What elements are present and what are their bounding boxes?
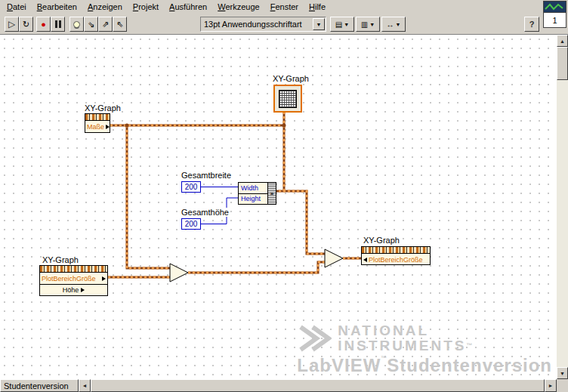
constant-value: 200 [185,220,198,228]
watermark-brand-line2: INSTRUMENTS™ [338,338,472,353]
step-into-icon: ⇘ [88,20,94,29]
bundle-output-column: » [267,183,276,204]
edition-tab[interactable]: Studentenversion [0,379,79,392]
vertical-scrollbar[interactable]: ▲ ▼ [557,35,568,379]
input-arrow-icon [363,258,367,262]
menu-ausfuehren[interactable]: Ausführen [164,1,212,14]
watermark-product-line: LabVIEW™Studentenversion [297,355,552,376]
arrow-right-icon: ► [548,383,554,388]
property-node-label: XY-Graph [84,103,122,113]
property-node-label: XY-Graph [363,236,400,245]
constant-label: Gesamtbreite [181,171,232,180]
xy-graph-terminal[interactable] [273,85,302,113]
function-node-2[interactable] [325,249,343,267]
abort-button[interactable]: ● [36,17,51,32]
labview-block-diagram-window: { "menubar": { "items": [ {"label": "Dat… [0,0,568,392]
menu-werkzeuge[interactable]: Werkzeuge [212,1,264,14]
run-arrow-icon: ▷ [8,20,15,29]
property-name: Maße [87,123,104,131]
help-button[interactable]: ? [524,17,539,32]
function-node-1[interactable] [170,264,188,282]
edition-tab-label: Studentenversion [4,381,69,390]
lightbulb-icon [73,21,80,28]
horizontal-scroll-thumb[interactable] [91,379,545,392]
block-diagram-canvas[interactable]: XY-Graph XY-Graph Maße Gesamtbreite 200 … [0,35,557,379]
run-button[interactable]: ▷ [5,17,19,32]
property-node-plotarea-read[interactable]: PlotBereichGröße Höhe [39,265,108,296]
bundle-field-name: Width [241,184,258,192]
step-into-button[interactable]: ⇘ [84,17,98,32]
highlight-execution-button[interactable] [69,17,84,32]
property-node-plotarea-write[interactable]: PlotBereichGröße [361,246,431,265]
watermark-product: LabVIEW [297,355,381,375]
labview-banner-icon [544,2,566,13]
step-over-button[interactable]: ⇗ [98,17,113,32]
vertical-scroll-thumb[interactable] [557,47,568,80]
property-name: PlotBereichGröße [42,275,100,282]
scroll-down-button[interactable]: ▼ [557,367,568,379]
trademark-symbol: ™ [467,342,473,349]
constant-label: Gesamthöhe [181,208,230,217]
bundle-field-width[interactable]: Width [239,183,267,193]
run-continuous-icon: ↻ [23,20,29,29]
output-arrow-icon [102,276,106,281]
align-objects-dropdown[interactable]: ▤▼ [330,17,354,32]
national-instruments-logo-icon [297,323,332,353]
toolbar: ▷ ↻ ● ⇘ ⇗ ⇖ 13pt Anwendungsschriftart ▼ … [0,14,568,35]
pause-icon [55,20,61,28]
arrow-left-icon: ◄ [82,383,88,388]
status-bar: Studentenversion ◄ ► [0,379,568,392]
property-node-bounds[interactable]: Maße [85,113,110,133]
reorder-icon: ↔ [387,20,394,29]
numeric-constant-height[interactable]: 200 [181,218,201,230]
reorder-dropdown[interactable]: ↔▼ [381,17,406,32]
bundle-field-height[interactable]: Height [239,193,267,205]
font-selector[interactable]: 13pt Anwendungsschriftart ▼ [200,17,326,32]
menu-projekt[interactable]: Projekt [128,1,164,14]
chevron-down-icon: ▼ [369,22,375,27]
chevron-down-icon: ▼ [396,22,401,27]
xy-graph-class-icon [85,114,110,121]
scroll-left-button[interactable]: ◄ [79,379,91,392]
bundle-by-name-node[interactable]: Width Height » [238,182,276,205]
wire-junction [125,124,129,128]
menu-datei[interactable]: Datei [2,1,32,14]
chevron-down-icon: ▼ [344,22,349,27]
pause-button[interactable] [51,17,65,32]
vi-icon-button[interactable]: 1 [543,1,566,28]
property-subfield[interactable]: Höhe [40,284,107,295]
step-out-button[interactable]: ⇖ [113,17,127,32]
wire-bundle-to-node[interactable] [274,191,325,254]
wire-pattern [127,125,170,268]
menu-bearbeiten[interactable]: Bearbeiten [32,1,82,14]
output-arrow-icon [106,125,110,129]
bundle-arrows-icon: » [270,190,273,197]
distribute-objects-icon: ▥ [361,20,368,29]
output-arrow-icon [81,288,85,292]
wire-branch-down[interactable] [127,125,170,268]
distribute-objects-dropdown[interactable]: ▥▼ [356,17,380,32]
xy-graph-class-icon [362,247,430,254]
chevron-down-icon[interactable]: ▼ [313,18,325,30]
wire-node1-to-node2[interactable] [188,262,325,273]
wire-pattern [274,191,325,254]
vi-number: 1 [544,13,566,27]
xy-graph-glyph-icon [279,90,297,108]
property-name: PlotBereichGröße [369,256,428,264]
step-over-icon: ⇗ [102,20,109,29]
scroll-up-button[interactable]: ▲ [557,35,568,47]
arrow-up-icon: ▲ [560,39,565,44]
watermark-edition: Studentenversion [387,355,552,375]
numeric-constant-width[interactable]: 200 [181,181,201,193]
stop-icon: ● [41,20,46,29]
run-continuously-button[interactable]: ↻ [19,17,33,32]
arrow-down-icon: ▼ [560,371,565,376]
watermark-brand-line1: NATIONAL [338,323,472,338]
menu-hilfe[interactable]: Hilfe [304,1,331,14]
scrollbar-corner [557,379,568,392]
menu-fenster[interactable]: Fenster [265,1,304,14]
subproperty-name: Höhe [63,286,79,294]
constant-value: 200 [185,183,198,191]
menu-anzeigen[interactable]: Anzeigen [82,1,128,14]
scroll-right-button[interactable]: ► [545,379,557,392]
